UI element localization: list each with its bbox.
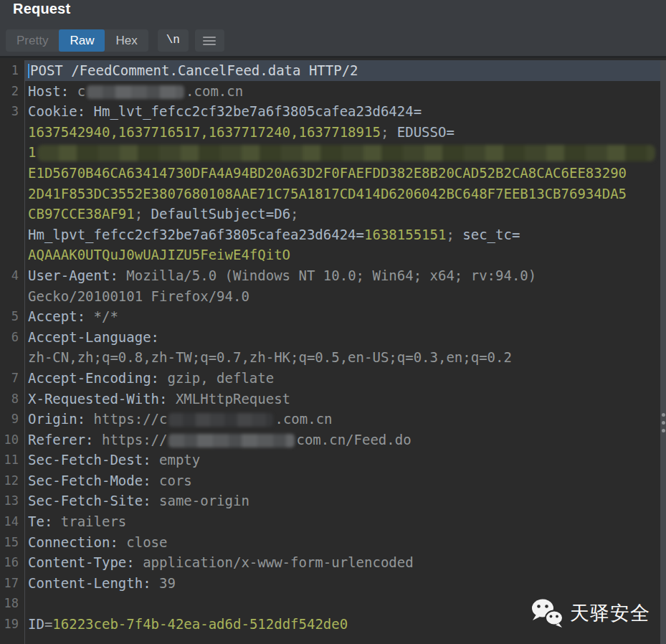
code-text[interactable]: E1D5670B46CA63414730DFA4A94BD20A63D2F0FA… — [19, 163, 666, 184]
code-line: 9Origin: https://c.com.cn — [0, 409, 666, 430]
redacted-blur — [168, 413, 273, 427]
hamburger-icon — [203, 34, 216, 47]
code-segment: Hm_lvt_fefcc2cf32be7a6f3805cafea23d6424= — [94, 103, 422, 119]
code-segment: sec_tc= — [462, 227, 520, 242]
code-segment: */* — [94, 308, 118, 324]
code-text[interactable]: Referer: https://com.cn/Feed.do — [19, 430, 666, 450]
code-segment: Origin: — [28, 411, 94, 427]
code-segment: 39 — [159, 575, 176, 591]
code-segment: com.cn/Feed.do — [296, 432, 411, 448]
line-number — [0, 204, 19, 224]
request-topbar: Request Pretty Raw Hex \n — [0, 0, 666, 58]
code-text[interactable]: zh-CN,zh;q=0.8,zh-TW;q=0.7,zh-HK;q=0.5,e… — [19, 347, 666, 368]
code-line: 2D41F853DC3552E3807680108AAE71C75A1817CD… — [0, 184, 666, 204]
code-text[interactable]: Connection: close — [19, 532, 666, 553]
line-number — [0, 224, 19, 245]
code-text[interactable]: Accept-Language: — [19, 327, 666, 348]
code-segment: POST /FeedComment.CancelFeed.data HTTP/2 — [30, 62, 358, 78]
line-number: 14 — [0, 511, 19, 532]
line-number: 19 — [0, 614, 19, 635]
code-segment: ; — [135, 206, 151, 222]
code-text[interactable]: Sec-Fetch-Dest: empty — [19, 450, 666, 470]
code-segment: .com.cn — [186, 83, 243, 99]
code-text[interactable]: Hm_lpvt_fefcc2cf32be7a6f3805cafea23d6424… — [19, 224, 666, 245]
code-segment: Mozilla/5.0 (Windows NT 10.0; Win64; x64… — [126, 267, 536, 283]
line-number — [0, 122, 19, 143]
code-line: 13Sec-Fetch-Site: same-origin — [0, 491, 666, 511]
code-segment: empty — [159, 452, 200, 468]
line-number: 1 — [0, 60, 19, 81]
code-line: 10Referer: https://com.cn/Feed.do — [0, 430, 666, 450]
code-line: 15Connection: close — [0, 532, 666, 553]
code-segment: c — [77, 83, 85, 99]
code-text[interactable]: Cookie: Hm_lvt_fefcc2cf32be7a6f3805cafea… — [19, 101, 666, 122]
code-text[interactable]: Accept-Encoding: gzip, deflate — [19, 368, 666, 389]
code-segment: Host: — [28, 83, 77, 99]
code-segment: Content-Length: — [28, 575, 159, 591]
tab-pretty[interactable]: Pretty — [6, 29, 59, 52]
code-segment: X-Requested-With: — [28, 391, 176, 407]
code-text[interactable]: Te: trailers — [19, 511, 666, 532]
code-segment: Accept-Language: — [28, 329, 159, 345]
view-tabs: Pretty Raw Hex \n — [6, 29, 224, 52]
code-text[interactable]: X-Requested-With: XMLHttpRequest — [19, 389, 666, 409]
code-text[interactable]: 1 — [19, 142, 666, 163]
line-number: 11 — [0, 450, 19, 470]
tab-raw[interactable]: Raw — [59, 29, 105, 52]
code-segment: 1 — [28, 144, 36, 160]
code-text[interactable]: Host: c.com.cn — [19, 81, 666, 102]
code-segment: application/x-www-form-urlencoded — [143, 554, 414, 570]
code-line: 2Host: c.com.cn — [0, 81, 666, 102]
line-number: 13 — [0, 491, 19, 511]
code-text[interactable]: AQAAAK0UTQuJ0wUAJIZU5FeiwE4fQitO — [19, 245, 666, 265]
line-number: 6 — [0, 327, 19, 348]
code-segment: Hm_lpvt_fefcc2cf32be7a6f3805cafea23d6424… — [28, 227, 364, 242]
code-segment: cors — [159, 473, 192, 488]
code-segment: XMLHttpRequest — [176, 391, 290, 407]
code-text[interactable]: Content-Length: 39 — [19, 573, 666, 594]
code-line: Hm_lpvt_fefcc2cf32be7a6f3805cafea23d6424… — [0, 224, 666, 245]
code-segment: Sec-Fetch-Dest: — [28, 452, 159, 468]
line-number: 3 — [0, 101, 19, 122]
code-text[interactable]: 1637542940,1637716517,1637717240,1637718… — [19, 122, 666, 143]
code-text[interactable]: Origin: https://c.com.cn — [19, 409, 666, 430]
code-text[interactable]: Sec-Fetch-Mode: cors — [19, 470, 666, 491]
code-line: 1637542940,1637716517,1637717240,1637718… — [0, 122, 666, 143]
code-text[interactable]: Accept: */* — [19, 306, 666, 327]
code-text[interactable]: Gecko/20100101 Firefox/94.0 — [19, 286, 666, 307]
code-segment: Cookie: — [28, 103, 94, 119]
code-line: E1D5670B46CA63414730DFA4A94BD20A63D2F0FA… — [0, 163, 666, 184]
newline-toggle-button[interactable]: \n — [158, 29, 189, 52]
code-line: 14Te: trailers — [0, 511, 666, 532]
watermark-text: 天驿安全 — [570, 600, 650, 626]
line-number: 15 — [0, 532, 19, 553]
code-text[interactable]: Sec-Fetch-Site: same-origin — [19, 491, 666, 511]
code-text[interactable]: User-Agent: Mozilla/5.0 (Windows NT 10.0… — [19, 265, 666, 286]
code-segment: Connection: — [28, 534, 126, 550]
request-editor[interactable]: 1POST /FeedComment.CancelFeed.data HTTP/… — [0, 60, 666, 635]
code-segment: trailers — [61, 513, 127, 529]
code-text[interactable]: 2D41F853DC3552E3807680108AAE71C75A1817CD… — [19, 184, 666, 204]
code-segment: 1638155151 — [364, 227, 446, 242]
code-text[interactable]: CB97CCE38AF91; DefaultSubject=D6; — [19, 204, 666, 224]
code-segment: .com.cn — [275, 411, 332, 427]
vertical-scrollbar[interactable] — [660, 60, 666, 644]
tab-hex[interactable]: Hex — [105, 29, 148, 52]
code-segment: = — [44, 616, 52, 632]
line-number — [0, 347, 19, 368]
code-segment: same-origin — [159, 493, 249, 508]
watermark: 天驿安全 — [531, 598, 650, 628]
code-text[interactable]: POST /FeedComment.CancelFeed.data HTTP/2 — [19, 60, 666, 81]
code-line: 1POST /FeedComment.CancelFeed.data HTTP/… — [0, 60, 666, 81]
line-number: 18 — [0, 593, 19, 614]
code-line: 1 — [0, 142, 666, 163]
line-number: 2 — [0, 81, 19, 102]
code-segment: User-Agent: — [28, 267, 126, 283]
code-text[interactable]: Content-Type: application/x-www-form-url… — [19, 552, 666, 573]
line-number — [0, 245, 19, 265]
line-number: 8 — [0, 389, 19, 409]
code-segment: zh-CN,zh;q=0.8,zh-TW;q=0.7,zh-HK;q=0.5,e… — [28, 349, 512, 365]
editor-menu-button[interactable] — [195, 29, 224, 52]
code-segment: https:// — [102, 432, 168, 448]
line-number: 4 — [0, 265, 19, 286]
